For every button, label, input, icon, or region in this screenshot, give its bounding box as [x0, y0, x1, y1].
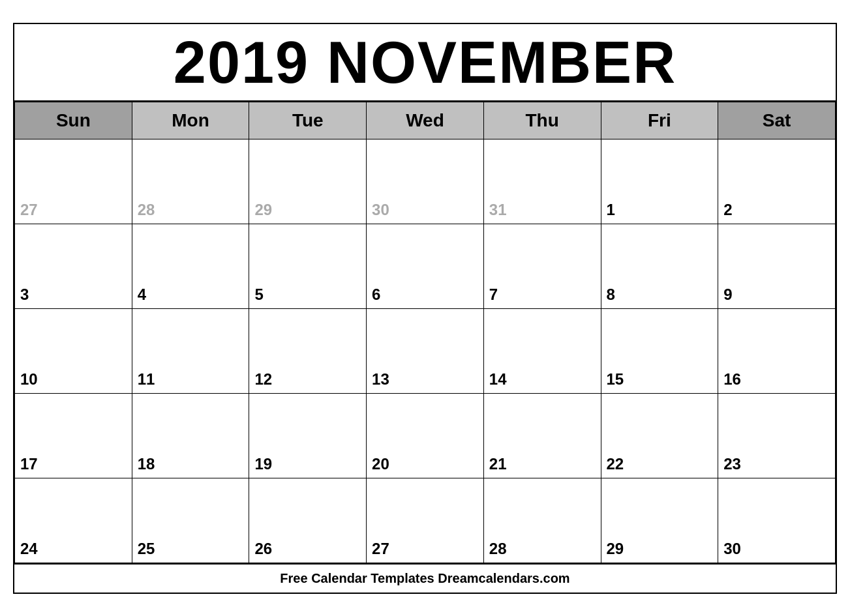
day-header-thu: Thu	[483, 102, 601, 139]
day-number: 18	[138, 455, 244, 475]
calendar-day-cell: 29	[601, 478, 718, 563]
calendar-day-cell: 31	[483, 139, 601, 224]
calendar-day-cell: 26	[249, 478, 367, 563]
day-number: 27	[20, 201, 127, 220]
day-header-wed: Wed	[367, 102, 484, 139]
day-header-mon: Mon	[132, 102, 249, 139]
calendar-day-cell: 29	[249, 139, 367, 224]
calendar-day-cell: 12	[249, 308, 367, 393]
days-header-row: SunMonTueWedThuFriSat	[15, 102, 836, 139]
day-header-sun: Sun	[15, 102, 132, 139]
calendar-day-cell: 21	[483, 393, 601, 478]
day-number: 31	[489, 201, 596, 220]
day-header-tue: Tue	[249, 102, 367, 139]
day-number: 16	[723, 370, 830, 390]
day-number: 23	[723, 455, 830, 475]
calendar-title: 2019 NOVEMBER	[14, 24, 836, 102]
calendar-container: 2019 NOVEMBER SunMonTueWedThuFriSat 2728…	[13, 23, 837, 594]
calendar-day-cell: 14	[483, 308, 601, 393]
calendar-day-cell: 11	[132, 308, 249, 393]
calendar-day-cell: 28	[483, 478, 601, 563]
day-number: 29	[254, 201, 361, 220]
calendar-day-cell: 18	[132, 393, 249, 478]
day-number: 14	[489, 370, 596, 390]
calendar-day-cell: 5	[249, 224, 367, 308]
calendar-day-cell: 30	[367, 139, 484, 224]
day-number: 15	[607, 370, 713, 390]
calendar-day-cell: 1	[601, 139, 718, 224]
day-number: 1	[607, 201, 713, 220]
day-number: 28	[138, 201, 244, 220]
calendar-day-cell: 23	[718, 393, 836, 478]
calendar-day-cell: 2	[718, 139, 836, 224]
day-number: 20	[372, 455, 478, 475]
day-number: 27	[372, 540, 478, 559]
calendar-day-cell: 24	[15, 478, 132, 563]
calendar-week-row: 3456789	[15, 224, 836, 308]
calendar-day-cell: 19	[249, 393, 367, 478]
day-number: 9	[723, 286, 830, 305]
day-number: 8	[607, 286, 713, 305]
day-number: 29	[607, 540, 713, 559]
day-number: 17	[20, 455, 127, 475]
day-number: 3	[20, 286, 127, 305]
day-number: 12	[254, 370, 361, 390]
calendar-day-cell: 10	[15, 308, 132, 393]
calendar-week-row: 272829303112	[15, 139, 836, 224]
footer-text: Free Calendar Templates Dreamcalendars.c…	[14, 563, 836, 593]
calendar-day-cell: 3	[15, 224, 132, 308]
calendar-day-cell: 25	[132, 478, 249, 563]
day-number: 2	[723, 201, 830, 220]
day-number: 7	[489, 286, 596, 305]
day-number: 10	[20, 370, 127, 390]
day-number: 19	[254, 455, 361, 475]
calendar-day-cell: 8	[601, 224, 718, 308]
calendar-day-cell: 4	[132, 224, 249, 308]
calendar-day-cell: 30	[718, 478, 836, 563]
calendar-day-cell: 22	[601, 393, 718, 478]
day-number: 6	[372, 286, 478, 305]
day-header-fri: Fri	[601, 102, 718, 139]
day-number: 28	[489, 540, 596, 559]
calendar-day-cell: 7	[483, 224, 601, 308]
day-number: 25	[138, 540, 244, 559]
day-number: 22	[607, 455, 713, 475]
day-number: 24	[20, 540, 127, 559]
day-number: 26	[254, 540, 361, 559]
day-number: 11	[138, 370, 244, 390]
day-number: 30	[723, 540, 830, 559]
calendar-day-cell: 27	[367, 478, 484, 563]
calendar-day-cell: 6	[367, 224, 484, 308]
day-number: 13	[372, 370, 478, 390]
day-number: 21	[489, 455, 596, 475]
calendar-day-cell: 15	[601, 308, 718, 393]
day-number: 5	[254, 286, 361, 305]
day-number: 30	[372, 201, 478, 220]
calendar-day-cell: 20	[367, 393, 484, 478]
calendar-day-cell: 17	[15, 393, 132, 478]
calendar-day-cell: 28	[132, 139, 249, 224]
calendar-day-cell: 13	[367, 308, 484, 393]
calendar-week-row: 17181920212223	[15, 393, 836, 478]
calendar-grid: SunMonTueWedThuFriSat 272829303112345678…	[14, 102, 836, 563]
calendar-day-cell: 27	[15, 139, 132, 224]
day-header-sat: Sat	[718, 102, 836, 139]
calendar-week-row: 10111213141516	[15, 308, 836, 393]
calendar-week-row: 24252627282930	[15, 478, 836, 563]
day-number: 4	[138, 286, 244, 305]
calendar-day-cell: 16	[718, 308, 836, 393]
calendar-day-cell: 9	[718, 224, 836, 308]
